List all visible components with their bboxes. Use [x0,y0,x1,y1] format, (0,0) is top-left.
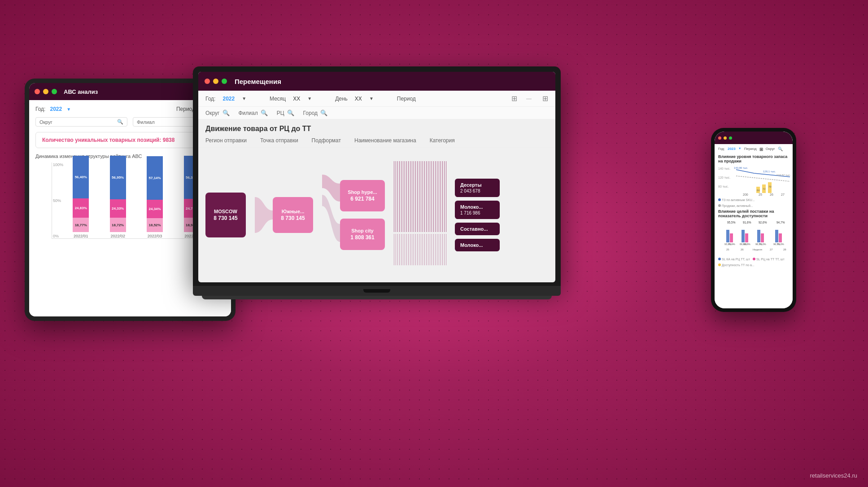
laptop-base [193,286,561,296]
tab-shopname[interactable]: Наименование магазина [354,137,416,144]
toolbar-month-value[interactable]: ХХ [293,96,300,102]
svg-text:27: 27 [781,193,785,196]
cat-desserts-label: Десерты [460,182,494,188]
laptop-dot-green[interactable] [222,79,227,84]
svg-text:200: 200 [743,193,748,196]
svg-text:71,9%: 71,9% [728,243,735,246]
toolbar-month-arrow[interactable]: ▼ [307,96,312,101]
toolbar-period-label: Период [397,96,416,102]
cat-moloko2-label: Молоко... [460,242,494,248]
filter-rc[interactable]: РЦ 🔍 [277,110,294,116]
bar-chart: 100% 50% 0% 56,40% 24,83% 18,77% 2022/01 [52,162,212,239]
svg-text:27: 27 [770,248,773,251]
toolbar-year-value[interactable]: 2022 [222,96,235,102]
tab-point[interactable]: Точка отправки [260,137,298,144]
phone-titlebar [715,132,793,144]
svg-rect-25 [742,230,745,242]
svg-text:91,6%: 91,6% [743,221,751,224]
phone-year-value[interactable]: 2023 [728,147,736,152]
toolbar-day-arrow[interactable]: ▼ [369,96,374,101]
filter-city-label: Город [303,110,318,116]
toolbar-year-arrow[interactable]: ▼ [242,96,246,101]
laptop-dot-yellow[interactable] [213,79,218,84]
svg-text:140 тыс.: 140 тыс. [718,167,730,170]
node-moscow-wrapper: MOSCOW 8 730 145 [205,193,246,237]
period-label: Период [176,106,195,112]
tab-region[interactable]: Регион отправки [205,137,247,144]
svg-rect-24 [730,233,733,242]
node-shop-city-label: Shop city [351,228,374,233]
bar-a-2: 18,72% [110,218,126,232]
svg-text:79: 79 [768,185,772,188]
cat-sostavno-label: Составно... [460,226,494,232]
app-filter-bar: Округ 🔍 Филиал 🔍 РЦ 🔍 Город 🔍 [198,107,555,119]
node-yuzhnye-label: Южные... [282,209,305,214]
toolbar-year-label: Год: [205,96,215,102]
toolbar-grid-1[interactable]: ⊞ [511,94,517,103]
svg-rect-28 [761,233,764,242]
node-moscow: MOSCOW 8 730 145 [205,193,246,237]
phone-okrug-search[interactable]: 🔍 [778,147,783,152]
phone-section2-title: Влияние целей поставки на показатель дос… [718,209,789,218]
svg-rect-26 [745,233,748,242]
svg-rect-29 [775,230,778,242]
bar-a-3: 18,52% [147,218,163,232]
filter-okrug[interactable]: Округ 🔍 [205,110,230,116]
filter-filial-icon[interactable]: 🔍 [261,110,268,116]
year-label: Год: [35,106,45,112]
phone-year-arrow[interactable]: ▼ [738,147,742,152]
cat-desserts: Десерты 2 043 678 [455,179,500,197]
filter-filial[interactable]: Филиал 🔍 [239,110,268,116]
phone-legend1: ТЗ по активным SKU... Продажи, активный.… [718,198,789,207]
node-yuzhnye-val: 8 730 145 [281,215,305,221]
dot-yellow[interactable] [43,89,48,94]
svg-text:25: 25 [726,248,729,251]
cat-moloko1-label: Молоко... [460,204,494,210]
toolbar-month-label: Месяц [270,96,286,102]
svg-text:71,3%: 71,3% [777,243,784,246]
cat-sostavno: Составно... [455,223,500,235]
laptop-foot [202,296,552,299]
toolbar-day-value[interactable]: ХХ [355,96,362,102]
flow-2 [322,170,340,260]
filial-label: Филиал [137,119,155,125]
svg-text:94,7%: 94,7% [776,221,785,224]
filter-filial-label: Филиал [239,110,258,116]
bar-a-1: 18,77% [73,218,89,232]
node-shop-hype-label: Shop hype... [348,189,377,195]
toolbar-day-label: День [335,96,348,102]
year-value[interactable]: 2022 [50,106,62,112]
svg-text:64: 64 [757,189,760,192]
phone-dot-red [718,136,721,140]
filter-rc-icon[interactable]: 🔍 [287,110,294,116]
svg-text:Неделя: Неделя [753,248,762,251]
okrug-search[interactable]: Округ 🔍 [35,117,127,127]
y-50: 50% [53,198,63,203]
bar-c-3: 57,14% [147,156,163,200]
year-dropdown-icon[interactable]: ▼ [66,107,71,112]
svg-text:140,86 тыс.: 140,86 тыс. [734,167,748,169]
dot-green[interactable] [52,89,57,94]
laptop-screen: Перемещения Год: 2022 ▼ Месяц ХХ ▼ День … [198,72,555,282]
sankey-flow-area: // Generate stripes via JS after load [394,161,448,269]
node-shop-city: Shop city 1 808 361 [340,219,385,250]
tab-category[interactable]: Категория [430,137,455,144]
sankey-diagram: MOSCOW 8 730 145 Южные... 8 730 145 [198,148,555,282]
laptop-dot-red[interactable] [205,79,210,84]
filter-city[interactable]: Город 🔍 [303,110,327,116]
app-title: Перемещения [235,78,281,85]
phone-period-label: Период [744,147,757,152]
toolbar-grid-2[interactable]: ⊞ [542,94,548,103]
phone-grid-icon[interactable]: ⊞ [759,147,763,152]
filter-okrug-icon[interactable]: 🔍 [222,110,230,116]
phone-dot-green [729,136,732,140]
tab-subformat[interactable]: Подформат [312,137,341,144]
phone-screen: Год: 2023 ▼ Период ⊞ Округ 🔍 Влияние уро… [715,132,793,308]
okrug-search-icon[interactable]: 🔍 [117,119,123,125]
svg-text:71,3%: 71,3% [759,243,766,246]
bar-group-1: 56,40% 24,83% 18,77% 2022/01 [64,156,98,238]
dot-red[interactable] [35,89,40,94]
filter-city-icon[interactable]: 🔍 [320,110,327,116]
svg-text:72: 72 [763,188,766,190]
phone-dot-yellow [724,136,727,140]
